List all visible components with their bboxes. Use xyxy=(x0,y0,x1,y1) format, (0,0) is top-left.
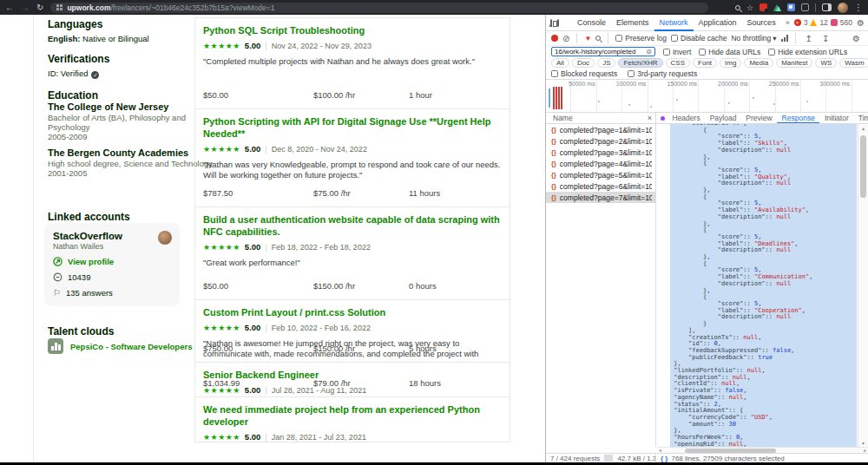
issues-icon[interactable] xyxy=(831,19,838,26)
filter-input[interactable]: 16/work-history/completed⊘ xyxy=(551,47,655,56)
filter-icon[interactable]: ▼ xyxy=(584,35,591,43)
preserve-log-checkbox[interactable] xyxy=(615,35,622,42)
job-title-link[interactable]: Custom Print Layout / print.css Solution xyxy=(203,306,502,318)
detail-tab[interactable]: Initiator xyxy=(819,113,853,123)
record-icon[interactable] xyxy=(551,35,558,42)
pretty-print-icon[interactable]: { } xyxy=(661,455,667,462)
detail-tab[interactable]: Preview xyxy=(741,113,777,123)
search-icon[interactable] xyxy=(595,36,601,41)
response-code[interactable]: "scorecards":: [ { "score":: 5, "label":… xyxy=(670,124,812,447)
invert-option[interactable]: Invert xyxy=(663,48,691,56)
extensions-puzzle-icon[interactable] xyxy=(801,3,809,11)
clear-filter-icon[interactable]: ⊘ xyxy=(646,48,652,56)
type-filter-pill[interactable]: CSS xyxy=(666,58,690,68)
view-profile-link[interactable]: View profile xyxy=(68,257,114,266)
type-filter-pill[interactable]: Font xyxy=(693,58,717,68)
profile-avatar[interactable] xyxy=(838,3,848,13)
response-vertical-scrollbar[interactable]: ▴ ▾ xyxy=(858,124,868,447)
extension-icon-blue[interactable] xyxy=(787,3,795,11)
linked-accounts-heading: Linked accounts xyxy=(48,211,130,223)
site-info-icon[interactable] xyxy=(56,4,62,10)
hide-extension-urls-checkbox[interactable] xyxy=(768,49,775,56)
blocked-requests-option[interactable]: Blocked requests xyxy=(551,69,617,78)
zoom-icon[interactable] xyxy=(735,5,740,10)
view-profile-row[interactable]: View profile xyxy=(53,257,171,266)
forward-icon[interactable]: → xyxy=(21,0,30,15)
export-har-icon[interactable]: ↧ xyxy=(819,34,832,43)
devtools-tab[interactable]: Network xyxy=(654,15,694,31)
type-filter-pill[interactable]: All xyxy=(551,58,569,68)
request-row[interactable]: {} completed?page=6&limit=10… xyxy=(546,180,655,192)
detail-tab[interactable]: Payload xyxy=(705,113,741,123)
request-row[interactable]: {} completed?page=4&limit=10… xyxy=(546,158,655,169)
request-row[interactable]: {} completed?page=5&limit=10… xyxy=(546,169,655,180)
disable-cache-option[interactable]: Disable cache xyxy=(671,34,727,43)
request-row[interactable]: {} completed?page=1&limit=10… xyxy=(546,124,655,135)
job-title-link[interactable]: Python Scripting with API for Digital Si… xyxy=(203,115,502,140)
browser-menu-icon[interactable]: ⋮ xyxy=(854,0,863,15)
inspect-element-icon[interactable] xyxy=(550,19,552,27)
talent-cloud-item[interactable]: PepsiCo - Software Developers xyxy=(48,338,192,354)
type-filter-pill[interactable]: Manifest xyxy=(776,58,812,68)
reload-icon[interactable]: ↻ xyxy=(36,0,43,15)
type-filter-pill[interactable]: WS xyxy=(815,58,837,68)
third-party-option[interactable]: 3rd-party requests xyxy=(628,69,697,78)
type-filter-pill[interactable]: Img xyxy=(720,58,741,68)
name-column-header[interactable]: Name × xyxy=(546,113,656,123)
address-bar[interactable]: upwork.com/freelancers/~01b46e24c352b7b1… xyxy=(50,3,708,13)
devtools-tab[interactable]: Elements xyxy=(611,15,654,31)
hide-data-urls-checkbox[interactable] xyxy=(699,49,706,56)
errors-icon[interactable]: × xyxy=(794,19,801,26)
response-footer: { } 768 lines, 27509 characters selected xyxy=(656,455,785,462)
request-name: completed?page=5&limit=10… xyxy=(560,171,652,180)
type-filter-pill[interactable]: JS xyxy=(597,58,615,68)
network-settings-icon[interactable]: ⚙ xyxy=(850,34,863,43)
clear-icon[interactable]: ⊘ xyxy=(562,34,569,43)
detail-tab[interactable]: Timing xyxy=(853,113,868,123)
timeline-tick: 200000 ms xyxy=(699,80,750,88)
detail-tab[interactable]: Response xyxy=(777,113,819,123)
request-row[interactable]: {} completed?page=3&limit=10… xyxy=(546,147,655,158)
devtools-tab[interactable]: Console xyxy=(572,15,611,31)
network-overview-timeline[interactable]: 50000 ms100000 ms150000 ms200000 ms25000… xyxy=(546,80,868,113)
bookmark-icon[interactable]: ☆ xyxy=(746,3,753,12)
type-filter-pill[interactable]: Wasm xyxy=(839,58,868,68)
device-toolbar-icon[interactable] xyxy=(557,19,559,27)
talent-cloud-label[interactable]: PepsiCo - Software Developers xyxy=(70,342,192,351)
scroll-up-icon[interactable]: ▴ xyxy=(858,125,868,131)
timeline-tick: 100000 ms xyxy=(597,80,648,88)
extension-icon-green[interactable] xyxy=(773,3,781,11)
type-filter-pill[interactable]: Doc xyxy=(572,58,595,68)
warnings-icon[interactable] xyxy=(810,19,817,26)
more-tabs-icon[interactable]: » xyxy=(783,18,792,27)
job-title-link[interactable]: Build a user authentication website capa… xyxy=(203,213,502,238)
devtools-settings-icon[interactable]: ⚙ xyxy=(854,18,867,28)
type-filter-pill[interactable]: Fetch/XHR xyxy=(618,58,662,68)
preserve-log-option[interactable]: Preserve log xyxy=(615,34,667,43)
detail-tab[interactable]: Headers xyxy=(667,113,705,123)
response-horizontal-scrollbar[interactable]: ◂ ▸ xyxy=(657,447,868,453)
import-har-icon[interactable]: ↥ xyxy=(803,34,815,43)
third-party-checkbox[interactable] xyxy=(628,70,635,77)
blocked-requests-checkbox[interactable] xyxy=(551,70,558,77)
devtools-tab[interactable]: Sources xyxy=(742,15,781,31)
type-filter-pill[interactable]: Media xyxy=(744,58,773,68)
invert-checkbox[interactable] xyxy=(663,49,670,56)
devtools-tab[interactable]: Application xyxy=(694,15,742,31)
extension-icon-red[interactable] xyxy=(760,3,767,11)
side-panel-icon[interactable] xyxy=(822,3,832,11)
back-icon[interactable]: ← xyxy=(5,0,14,15)
job-title-link[interactable]: Python SQL Script Troubleshooting xyxy=(203,24,502,36)
client-feedback: "Great work performance!" xyxy=(203,258,502,268)
scroll-down-icon[interactable]: ▾ xyxy=(858,440,868,446)
close-detail-icon[interactable]: × xyxy=(648,114,652,122)
throttling-dropdown[interactable]: No throttling▾ xyxy=(731,34,776,43)
network-conditions-icon[interactable] xyxy=(781,35,788,42)
vertical-scroll-thumb[interactable] xyxy=(860,135,866,198)
request-row[interactable]: {} completed?page=2&limit=10… xyxy=(546,135,655,147)
divider-pipe: | xyxy=(265,323,266,332)
request-row[interactable]: {} completed?page=7&limit=10… xyxy=(546,192,655,203)
disable-cache-checkbox[interactable] xyxy=(671,35,678,42)
hide-data-urls-option[interactable]: Hide data URLs xyxy=(699,48,760,56)
hide-extension-urls-option[interactable]: Hide extension URLs xyxy=(768,48,847,56)
